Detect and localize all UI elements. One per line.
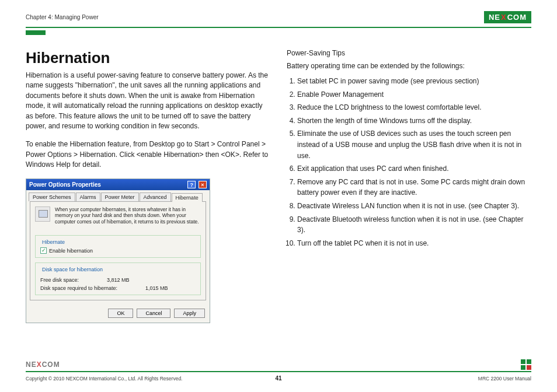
tab-alarms[interactable]: Alarms [76,192,100,201]
brand-suffix: COM [507,13,527,22]
footer-rule [26,371,531,372]
ok-button[interactable]: OK [108,309,133,318]
tab-power-schemes[interactable]: Power Schemes [29,192,75,201]
list-item: Set tablet PC in power saving mode (see … [297,76,531,87]
brand-prefix: NE [26,360,37,369]
group-disk-title: Disk space for hibernation [40,267,105,272]
list-item: Reduce the LCD brightness to the lowest … [297,102,531,113]
dialog-titlebar[interactable]: Power Options Properties ? × [26,179,210,190]
header-rule [26,27,531,28]
cancel-button[interactable]: Cancel [137,309,170,318]
chapter-label: Chapter 4: Managing Power [26,14,99,20]
free-disk-label: Free disk space: [40,277,79,283]
required-disk-label: Disk space required to hibernate: [40,285,117,291]
enable-hibernation-label: Enable hibernation [49,248,93,254]
dialog-tabs: Power Schemes Alarms Power Meter Advance… [26,190,210,201]
power-options-dialog: Power Options Properties ? × Power Schem… [26,178,210,324]
brand-x: X [37,360,42,369]
doc-reference: MRC 2200 User Manual [478,376,531,382]
brand-x: X [501,13,507,22]
help-icon[interactable]: ? [187,181,196,188]
tips-list: Set tablet PC in power saving mode (see … [287,76,531,249]
apply-button[interactable]: Apply [174,309,205,318]
list-item: Remove any PC card that is not in use. S… [297,177,531,198]
dialog-title: Power Options Properties [29,181,101,188]
intro-paragraph-2: To enable the Hibernation feature, from … [26,139,270,170]
list-item: Deactivate Wireless LAN function when it… [297,201,531,212]
list-item: Exit application that uses PC card when … [297,163,531,174]
tips-intro: Battery operating time can be extended b… [287,62,531,70]
hibernate-icon [35,206,50,222]
close-icon[interactable]: × [199,181,207,188]
hibernate-description: When your computer hibernates, it stores… [55,206,201,225]
group-hibernate-title: Hibernate [40,239,67,245]
required-disk-value: 1,015 MB [145,285,168,291]
intro-paragraph-1: Hibernation is a useful power-saving fea… [26,71,270,131]
tips-heading: Power-Saving Tips [287,49,531,57]
list-item: Shorten the length of time Windows turns… [297,116,531,127]
tab-power-meter[interactable]: Power Meter [101,192,139,201]
enable-hibernation-checkbox[interactable]: ✓ Enable hibernation [40,247,196,254]
free-disk-value: 3,812 MB [107,277,130,283]
footer-squares-icon [521,359,531,370]
tab-hibernate[interactable]: Hibernate [172,193,203,202]
tab-advanced[interactable]: Advanced [140,192,171,201]
brand-prefix: NE [489,13,500,22]
list-item: Eliminate the use of USB devices such as… [297,128,531,161]
brand-logo: NEXCOM [484,11,531,23]
list-item: Turn off the tablet PC when it is not in… [297,238,531,249]
checkbox-icon: ✓ [40,247,47,254]
footer-logo: NEXCOM [26,360,60,369]
page-number: 41 [0,375,557,382]
list-item: Enable Power Management [297,89,531,100]
brand-suffix: COM [42,360,60,369]
list-item: Deactivate Bluetooth wireless function w… [297,214,531,236]
page-title: Hibernation [26,49,270,67]
